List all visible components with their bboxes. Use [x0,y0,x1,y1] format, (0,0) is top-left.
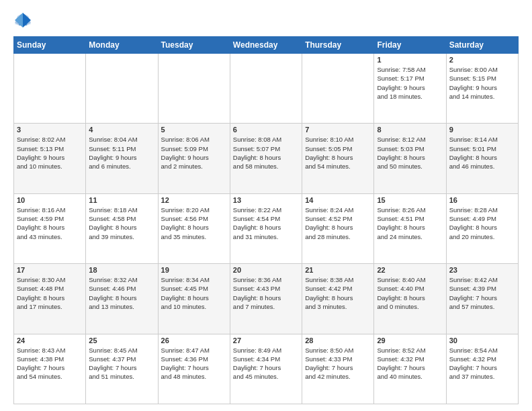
calendar-header-row: SundayMondayTuesdayWednesdayThursdayFrid… [14,37,519,54]
day-of-week-sunday: Sunday [14,37,86,54]
calendar-week-row: 24Sunrise: 8:43 AM Sunset: 4:38 PM Dayli… [14,334,519,404]
day-info: Sunrise: 8:50 AM Sunset: 4:33 PM Dayligh… [305,346,371,381]
calendar-cell: 17Sunrise: 8:30 AM Sunset: 4:48 PM Dayli… [14,264,86,334]
day-info: Sunrise: 8:08 AM Sunset: 5:07 PM Dayligh… [233,135,299,171]
day-info: Sunrise: 8:36 AM Sunset: 4:43 PM Dayligh… [233,275,299,311]
day-number: 28 [305,336,371,345]
calendar-cell: 11Sunrise: 8:18 AM Sunset: 4:58 PM Dayli… [86,193,158,263]
day-number: 3 [17,126,83,134]
day-info: Sunrise: 8:04 AM Sunset: 5:11 PM Dayligh… [89,135,154,171]
calendar-cell: 2Sunrise: 8:00 AM Sunset: 5:15 PM Daylig… [446,54,518,124]
calendar-cell: 20Sunrise: 8:36 AM Sunset: 4:43 PM Dayli… [230,264,302,334]
day-number: 22 [377,266,443,274]
day-info: Sunrise: 8:47 AM Sunset: 4:36 PM Dayligh… [161,346,227,381]
day-info: Sunrise: 8:28 AM Sunset: 4:49 PM Dayligh… [449,205,515,241]
day-info: Sunrise: 8:40 AM Sunset: 4:40 PM Dayligh… [377,275,443,311]
day-number: 17 [17,266,83,274]
calendar-cell: 28Sunrise: 8:50 AM Sunset: 4:33 PM Dayli… [302,334,374,404]
day-info: Sunrise: 8:42 AM Sunset: 4:39 PM Dayligh… [449,275,515,311]
calendar-cell: 4Sunrise: 8:04 AM Sunset: 5:11 PM Daylig… [86,124,158,193]
day-number: 26 [161,336,227,345]
calendar-cell: 13Sunrise: 8:22 AM Sunset: 4:54 PM Dayli… [230,193,302,263]
day-number: 25 [89,336,154,345]
day-number: 4 [89,126,154,134]
day-number: 21 [305,266,371,274]
calendar-cell: 16Sunrise: 8:28 AM Sunset: 4:49 PM Dayli… [446,193,518,263]
day-number: 16 [449,196,515,204]
page: SundayMondayTuesdayWednesdayThursdayFrid… [0,0,532,411]
calendar-cell: 27Sunrise: 8:49 AM Sunset: 4:34 PM Dayli… [230,334,302,404]
day-info: Sunrise: 8:10 AM Sunset: 5:05 PM Dayligh… [305,135,371,171]
day-info: Sunrise: 8:22 AM Sunset: 4:54 PM Dayligh… [233,205,299,241]
calendar-cell: 26Sunrise: 8:47 AM Sunset: 4:36 PM Dayli… [158,334,230,404]
day-number: 12 [161,196,227,204]
calendar-cell: 7Sunrise: 8:10 AM Sunset: 5:05 PM Daylig… [302,124,374,193]
calendar-week-row: 17Sunrise: 8:30 AM Sunset: 4:48 PM Dayli… [14,264,519,334]
day-number: 6 [233,126,299,134]
calendar-cell: 30Sunrise: 8:54 AM Sunset: 4:32 PM Dayli… [446,334,518,404]
day-of-week-saturday: Saturday [446,37,518,54]
day-number: 18 [89,266,154,274]
day-number: 20 [233,266,299,274]
day-number: 5 [161,126,227,134]
day-info: Sunrise: 8:26 AM Sunset: 4:51 PM Dayligh… [377,205,443,241]
day-info: Sunrise: 8:52 AM Sunset: 4:32 PM Dayligh… [377,346,443,381]
day-number: 1 [377,56,443,64]
day-number: 24 [17,336,83,345]
day-info: Sunrise: 7:58 AM Sunset: 5:17 PM Dayligh… [377,65,443,101]
calendar-cell: 3Sunrise: 8:02 AM Sunset: 5:13 PM Daylig… [14,124,86,193]
calendar-cell: 19Sunrise: 8:34 AM Sunset: 4:45 PM Dayli… [158,264,230,334]
calendar-cell: 18Sunrise: 8:32 AM Sunset: 4:46 PM Dayli… [86,264,158,334]
day-info: Sunrise: 8:38 AM Sunset: 4:42 PM Dayligh… [305,275,371,311]
calendar-cell [86,54,158,124]
calendar-cell [302,54,374,124]
day-of-week-monday: Monday [86,37,158,54]
day-number: 14 [305,196,371,204]
day-number: 13 [233,196,299,204]
calendar-cell: 22Sunrise: 8:40 AM Sunset: 4:40 PM Dayli… [374,264,446,334]
logo [13,11,35,30]
day-number: 11 [89,196,154,204]
calendar-cell: 15Sunrise: 8:26 AM Sunset: 4:51 PM Dayli… [374,193,446,263]
calendar-cell [14,54,86,124]
calendar-cell [158,54,230,124]
calendar-week-row: 10Sunrise: 8:16 AM Sunset: 4:59 PM Dayli… [14,193,519,263]
day-number: 10 [17,196,83,204]
day-number: 8 [377,126,443,134]
day-number: 2 [449,56,515,64]
day-info: Sunrise: 8:32 AM Sunset: 4:46 PM Dayligh… [89,275,154,311]
day-info: Sunrise: 8:14 AM Sunset: 5:01 PM Dayligh… [449,135,515,171]
calendar-cell: 21Sunrise: 8:38 AM Sunset: 4:42 PM Dayli… [302,264,374,334]
calendar-cell: 12Sunrise: 8:20 AM Sunset: 4:56 PM Dayli… [158,193,230,263]
day-info: Sunrise: 8:54 AM Sunset: 4:32 PM Dayligh… [449,346,515,381]
day-info: Sunrise: 8:45 AM Sunset: 4:37 PM Dayligh… [89,346,154,381]
day-number: 27 [233,336,299,345]
day-info: Sunrise: 8:49 AM Sunset: 4:34 PM Dayligh… [233,346,299,381]
calendar-cell: 24Sunrise: 8:43 AM Sunset: 4:38 PM Dayli… [14,334,86,404]
calendar-cell: 25Sunrise: 8:45 AM Sunset: 4:37 PM Dayli… [86,334,158,404]
day-number: 7 [305,126,371,134]
calendar-cell: 29Sunrise: 8:52 AM Sunset: 4:32 PM Dayli… [374,334,446,404]
day-info: Sunrise: 8:00 AM Sunset: 5:15 PM Dayligh… [449,65,515,101]
calendar-cell: 10Sunrise: 8:16 AM Sunset: 4:59 PM Dayli… [14,193,86,263]
calendar-week-row: 3Sunrise: 8:02 AM Sunset: 5:13 PM Daylig… [14,124,519,193]
day-info: Sunrise: 8:12 AM Sunset: 5:03 PM Dayligh… [377,135,443,171]
day-number: 29 [377,336,443,345]
day-number: 9 [449,126,515,134]
header [13,11,519,30]
calendar-cell [230,54,302,124]
day-of-week-thursday: Thursday [302,37,374,54]
calendar-cell: 1Sunrise: 7:58 AM Sunset: 5:17 PM Daylig… [374,54,446,124]
day-info: Sunrise: 8:18 AM Sunset: 4:58 PM Dayligh… [89,205,154,241]
calendar-cell: 14Sunrise: 8:24 AM Sunset: 4:52 PM Dayli… [302,193,374,263]
day-of-week-friday: Friday [374,37,446,54]
calendar-week-row: 1Sunrise: 7:58 AM Sunset: 5:17 PM Daylig… [14,54,519,124]
day-info: Sunrise: 8:20 AM Sunset: 4:56 PM Dayligh… [161,205,227,241]
calendar-cell: 8Sunrise: 8:12 AM Sunset: 5:03 PM Daylig… [374,124,446,193]
day-info: Sunrise: 8:06 AM Sunset: 5:09 PM Dayligh… [161,135,227,171]
calendar-cell: 9Sunrise: 8:14 AM Sunset: 5:01 PM Daylig… [446,124,518,193]
day-info: Sunrise: 8:30 AM Sunset: 4:48 PM Dayligh… [17,275,83,311]
logo-icon [13,11,32,30]
day-number: 19 [161,266,227,274]
calendar-cell: 5Sunrise: 8:06 AM Sunset: 5:09 PM Daylig… [158,124,230,193]
